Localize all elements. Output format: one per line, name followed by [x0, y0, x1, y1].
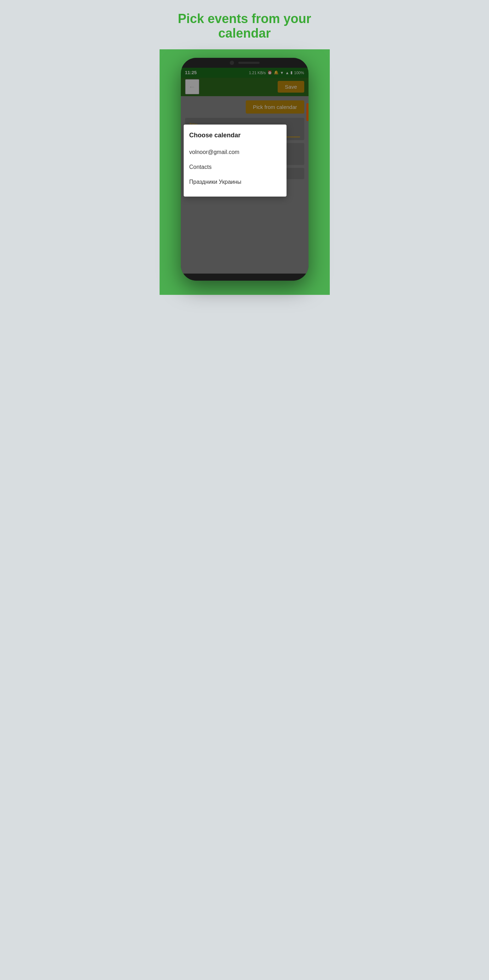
phone-shell: 11:25 1.21 KB/s ⏰ 🔔 ▼ ▲ ▮ 100% ← Save: [181, 58, 308, 281]
choose-calendar-dialog: Choose calendar volnoor@gmail.com Contac…: [184, 124, 287, 197]
speaker-bar: [238, 62, 260, 64]
calendar-option-contacts[interactable]: Contacts: [189, 160, 281, 175]
phone-top-bar: [181, 58, 308, 68]
camera-dot: [230, 60, 234, 65]
dialog-overlay: Choose calendar volnoor@gmail.com Contac…: [181, 68, 308, 274]
dialog-title: Choose calendar: [189, 132, 281, 139]
bottom-section: 11:25 1.21 KB/s ⏰ 🔔 ▼ ▲ ▮ 100% ← Save: [160, 49, 330, 295]
page-title: Pick events from your calendar: [168, 11, 321, 41]
phone-screen: 11:25 1.21 KB/s ⏰ 🔔 ▼ ▲ ▮ 100% ← Save: [181, 68, 308, 274]
calendar-option-holidays[interactable]: Праздники Украины: [189, 175, 281, 189]
page-wrapper: Pick events from your calendar 11:25 1.2…: [160, 0, 330, 295]
top-section: Pick events from your calendar: [160, 0, 330, 49]
calendar-option-gmail[interactable]: volnoor@gmail.com: [189, 145, 281, 160]
phone-bottom-bar: [181, 274, 308, 281]
